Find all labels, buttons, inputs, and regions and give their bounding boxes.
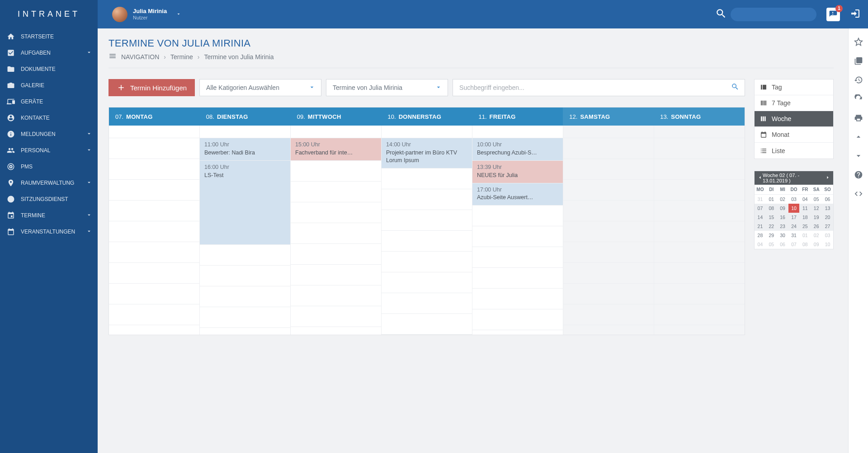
minical-day[interactable]: 03 xyxy=(822,231,833,240)
minical-day[interactable]: 18 xyxy=(799,213,811,222)
calendar-event[interactable]: 10:00 UhrBesprechung Azubi-S… xyxy=(472,138,563,161)
alerts-button[interactable]: 1 xyxy=(826,8,840,21)
search-icon[interactable] xyxy=(715,8,727,21)
day-column[interactable] xyxy=(109,126,200,335)
breadcrumb-root[interactable]: NAVIGATION xyxy=(121,53,159,61)
sidebar-item-startseite[interactable]: STARTSEITE xyxy=(0,28,98,45)
minical-day[interactable]: 21 xyxy=(755,222,766,231)
topbar-search-input[interactable] xyxy=(731,8,816,21)
minical-day[interactable]: 19 xyxy=(811,213,822,222)
filter-search-input[interactable] xyxy=(453,79,745,96)
sidebar-item-geräte[interactable]: GERÄTE xyxy=(0,93,98,110)
minical-day[interactable]: 06 xyxy=(822,195,833,204)
minical-day[interactable]: 15 xyxy=(766,213,777,222)
minical-day[interactable]: 07 xyxy=(755,204,766,213)
minical-day[interactable]: 17 xyxy=(788,213,800,222)
view-7tage[interactable]: 7 Tage xyxy=(755,95,833,111)
day-column[interactable] xyxy=(654,126,745,335)
day-column[interactable]: 14:00 UhrProjekt-partner im Büro KTV Lor… xyxy=(382,126,472,335)
calendar-event[interactable]: 15:00 UhrFachverband für inte… xyxy=(291,138,381,161)
print-button[interactable] xyxy=(853,112,864,123)
library-button[interactable] xyxy=(853,56,864,66)
code-button[interactable] xyxy=(853,188,864,199)
minical-day[interactable]: 31 xyxy=(788,231,800,240)
user-menu[interactable]: Julia Mirinia Nutzer xyxy=(112,7,181,22)
minical-day[interactable]: 04 xyxy=(755,240,766,249)
arrow-up-button[interactable] xyxy=(853,131,864,142)
sidebar-item-sitzungsdienst[interactable]: SITZUNGSDIENST xyxy=(0,191,98,207)
minical-day[interactable]: 26 xyxy=(811,222,822,231)
minical-day[interactable]: 24 xyxy=(788,222,800,231)
calendar-event[interactable]: 13:39 UhrNEUES für Julia xyxy=(472,161,563,183)
sidebar-item-termine[interactable]: TERMINE xyxy=(0,207,98,224)
sidebar-item-dokumente[interactable]: DOKUMENTE xyxy=(0,61,98,77)
arrow-down-button[interactable] xyxy=(853,150,864,161)
minical-day[interactable]: 13 xyxy=(822,204,833,213)
minical-day[interactable]: 27 xyxy=(822,222,833,231)
add-appointment-button[interactable]: Termin Hinzufügen xyxy=(108,79,195,96)
minical-day[interactable]: 01 xyxy=(766,195,777,204)
view-monat[interactable]: Monat xyxy=(755,127,833,143)
calendar-event[interactable]: 17:00 UhrAzubi-Seite Auswert… xyxy=(472,183,563,206)
day-column[interactable]: 11:00 UhrBewerber: Nadi Bira16:00 UhrLS-… xyxy=(200,126,291,335)
minical-day[interactable]: 12 xyxy=(811,204,822,213)
minical-next[interactable] xyxy=(825,175,830,181)
minical-day[interactable]: 05 xyxy=(766,240,777,249)
sidebar-item-kontakte[interactable]: KONTAKTE xyxy=(0,110,98,126)
calendar-event[interactable]: 14:00 UhrProjekt-partner im Büro KTV Lor… xyxy=(382,138,472,168)
sidebar-item-personal[interactable]: PERSONAL xyxy=(0,142,98,159)
refresh-button[interactable] xyxy=(853,93,864,104)
minical-day[interactable]: 25 xyxy=(799,222,811,231)
minical-day[interactable]: 06 xyxy=(777,240,788,249)
breadcrumb-mid[interactable]: Termine xyxy=(170,53,193,61)
calendar-select[interactable]: Termine von Julia Mirinia xyxy=(326,79,448,96)
calendar-event[interactable]: 16:00 UhrLS-Test xyxy=(200,161,290,245)
minical-day[interactable]: 11 xyxy=(799,204,811,213)
calendar-event[interactable]: 11:00 UhrBewerber: Nadi Bira xyxy=(200,138,290,161)
minical-day[interactable]: 23 xyxy=(777,222,788,231)
star-button[interactable] xyxy=(853,37,864,47)
search-icon[interactable] xyxy=(731,83,739,93)
minical-day[interactable]: 14 xyxy=(755,213,766,222)
menu-icon[interactable] xyxy=(108,52,117,61)
minical-day[interactable]: 07 xyxy=(788,240,800,249)
sidebar-item-raumverwaltung[interactable]: RAUMVERWALTUNG xyxy=(0,175,98,191)
category-select[interactable]: Alle Katigorien Auswählen xyxy=(199,79,321,96)
sidebar-item-pms[interactable]: PMS xyxy=(0,159,98,175)
day-column[interactable]: 15:00 UhrFachverband für inte… xyxy=(291,126,382,335)
minical-day[interactable]: 08 xyxy=(799,240,811,249)
minical-day[interactable]: 03 xyxy=(788,195,800,204)
minical-day[interactable]: 04 xyxy=(799,195,811,204)
minical-day[interactable]: 31 xyxy=(755,195,766,204)
minical-day[interactable]: 02 xyxy=(777,195,788,204)
logout-button[interactable] xyxy=(850,8,861,21)
minical-day[interactable]: 29 xyxy=(766,231,777,240)
minical-day[interactable]: 30 xyxy=(777,231,788,240)
minical-day[interactable]: 09 xyxy=(777,204,788,213)
view-tag[interactable]: Tag xyxy=(755,79,833,95)
minical-day[interactable]: 10 xyxy=(822,240,833,249)
minical-day[interactable]: 22 xyxy=(766,222,777,231)
breadcrumb-leaf[interactable]: Termine von Julia Mirinia xyxy=(204,53,274,61)
day-column[interactable] xyxy=(563,126,654,335)
help-button[interactable] xyxy=(853,169,864,180)
minical-day[interactable]: 02 xyxy=(811,231,822,240)
history-button[interactable] xyxy=(853,75,864,85)
view-liste[interactable]: Liste xyxy=(755,143,833,159)
sidebar-item-aufgaben[interactable]: AUFGABEN xyxy=(0,45,98,61)
sidebar-item-galerie[interactable]: GALERIE xyxy=(0,77,98,93)
minical-day[interactable]: 16 xyxy=(777,213,788,222)
minical-day[interactable]: 20 xyxy=(822,213,833,222)
minical-day[interactable]: 09 xyxy=(811,240,822,249)
minical-prev[interactable] xyxy=(757,175,763,181)
minical-day[interactable]: 08 xyxy=(766,204,777,213)
filter-search[interactable] xyxy=(453,79,745,96)
sidebar-item-meldungen[interactable]: MELDUNGEN xyxy=(0,126,98,142)
minical-day[interactable]: 01 xyxy=(799,231,811,240)
minical-day[interactable]: 05 xyxy=(811,195,822,204)
minical-day[interactable]: 10 xyxy=(788,204,800,213)
sidebar-item-veranstaltungen[interactable]: VERANSTALTUNGEN xyxy=(0,224,98,240)
view-woche[interactable]: Woche xyxy=(755,111,833,127)
minical-day[interactable]: 28 xyxy=(755,231,766,240)
day-column[interactable]: 10:00 UhrBesprechung Azubi-S…13:39 UhrNE… xyxy=(472,126,563,335)
